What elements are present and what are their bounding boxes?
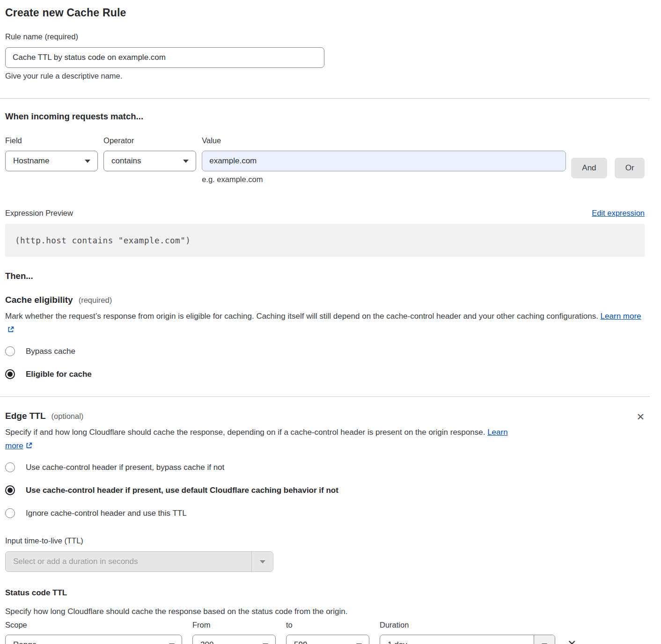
expression-header: Expression Preview Edit expression	[5, 209, 645, 218]
learn-more-link[interactable]: Learn more	[601, 312, 641, 321]
radio-option-bypass-if-absent[interactable]: Use cache-control header if present, byp…	[5, 462, 645, 472]
external-link-icon	[7, 326, 15, 333]
status-code-ttl-description: Specify how long Cloudflare should cache…	[5, 607, 645, 616]
value-label: Value	[202, 136, 566, 145]
radio-label: Use cache-control header if present, byp…	[26, 463, 224, 472]
field-label: Field	[5, 136, 98, 145]
value-help: e.g. example.com	[202, 175, 566, 184]
ttl-select-placeholder: Select or add a duration in seconds	[6, 552, 251, 571]
value-input[interactable]	[202, 151, 566, 171]
chevron-down-icon	[183, 160, 189, 163]
close-icon[interactable]: ✕	[636, 412, 645, 422]
match-heading: When incoming requests match...	[5, 111, 645, 122]
and-button[interactable]: And	[571, 158, 608, 178]
expression-code: (http.host contains "example.com")	[15, 236, 191, 245]
radio-button-icon[interactable]	[5, 369, 15, 379]
cache-eligibility-description: Mark whether the request’s response from…	[5, 309, 645, 337]
rule-name-input[interactable]	[5, 47, 324, 68]
to-select-value: 599	[294, 640, 307, 644]
cache-eligibility-description-text: Mark whether the request’s response from…	[5, 312, 598, 321]
scope-select-value: Range	[13, 640, 37, 644]
ttl-input-group: Input time-to-live (TTL) Select or add a…	[5, 536, 645, 572]
external-link-icon	[25, 442, 33, 449]
operator-select[interactable]: contains	[103, 151, 196, 171]
from-label: From	[192, 621, 276, 629]
radio-button-icon[interactable]	[5, 462, 15, 472]
status-code-ttl-heading: Status code TTL	[5, 588, 645, 598]
match-condition-row: Field Hostname Operator contains Value e…	[5, 136, 645, 184]
radio-label: Bypass cache	[26, 347, 75, 356]
edge-ttl-options: Use cache-control header if present, byp…	[5, 462, 645, 518]
chevron-down-icon	[85, 160, 90, 163]
rule-name-label: Rule name (required)	[5, 32, 645, 41]
radio-label: Use cache-control header if present, use…	[26, 486, 338, 495]
rule-name-help: Give your rule a descriptive name.	[5, 72, 645, 80]
scope-select[interactable]: Range	[5, 635, 182, 644]
or-button[interactable]: Or	[615, 158, 645, 178]
ttl-select-dropdown-button[interactable]	[251, 552, 273, 571]
from-select-value: 200	[200, 640, 213, 644]
radio-option-ignore-header[interactable]: Ignore cache-control header and use this…	[5, 508, 645, 518]
duration-select-value: 1 day	[380, 635, 534, 644]
page-title: Create new Cache Rule	[5, 7, 645, 19]
radio-button-icon[interactable]	[5, 508, 15, 518]
ttl-select[interactable]: Select or add a duration in seconds	[5, 551, 273, 572]
status-code-ttl-row: Scope Range From 200 to 599 Duration 1 d…	[5, 621, 645, 644]
then-heading: Then...	[5, 271, 645, 281]
edge-ttl-description-text: Specify if and how long Cloudflare shoul…	[5, 428, 485, 437]
radio-button-icon[interactable]	[5, 485, 15, 495]
scope-label: Scope	[5, 621, 182, 629]
from-select[interactable]: 200	[192, 635, 276, 644]
rule-name-group: Rule name (required) Give your rule a de…	[5, 32, 645, 80]
cache-eligibility-options: Bypass cache Eligible for cache	[5, 346, 645, 379]
radio-label: Ignore cache-control header and use this…	[26, 509, 187, 518]
to-label: to	[286, 621, 369, 629]
create-cache-rule-form: Create new Cache Rule Rule name (require…	[0, 0, 661, 644]
field-select-value: Hostname	[13, 156, 49, 166]
operator-select-value: contains	[111, 156, 141, 166]
section-divider	[0, 98, 650, 99]
radio-option-default-behavior[interactable]: Use cache-control header if present, use…	[5, 485, 645, 495]
expression-preview-label: Expression Preview	[5, 209, 73, 218]
duration-select[interactable]: 1 day	[380, 635, 555, 644]
cache-eligibility-header: Cache eligibility (required)	[5, 295, 645, 305]
remove-rule-icon[interactable]: ✕	[567, 639, 576, 644]
operator-label: Operator	[103, 136, 196, 145]
duration-label: Duration	[380, 621, 555, 629]
radio-label: Eligible for cache	[26, 370, 92, 379]
radio-option-bypass-cache[interactable]: Bypass cache	[5, 346, 645, 356]
duration-select-dropdown-button[interactable]	[534, 635, 555, 644]
optional-tag: (optional)	[51, 412, 84, 421]
ttl-label: Input time-to-live (TTL)	[5, 536, 645, 545]
edge-ttl-description: Specify if and how long Cloudflare shoul…	[5, 425, 522, 453]
required-tag: (required)	[79, 296, 112, 305]
expression-code-block: (http.host contains "example.com")	[5, 224, 645, 257]
edge-ttl-header: Edge TTL (optional) ✕	[5, 410, 645, 421]
edit-expression-link[interactable]: Edit expression	[592, 209, 645, 218]
chevron-down-icon	[260, 560, 265, 564]
cache-eligibility-heading: Cache eligibility	[5, 295, 73, 305]
edge-ttl-heading: Edge TTL	[5, 411, 46, 421]
radio-option-eligible-for-cache[interactable]: Eligible for cache	[5, 369, 645, 379]
radio-button-icon[interactable]	[5, 346, 15, 356]
field-select[interactable]: Hostname	[5, 151, 98, 171]
section-divider	[0, 396, 650, 397]
to-select[interactable]: 599	[286, 635, 369, 644]
